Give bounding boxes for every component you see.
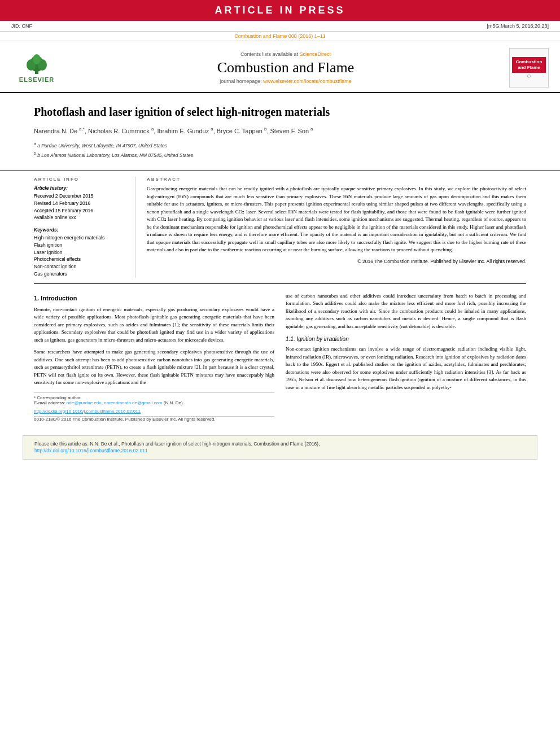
- keywords-label: Keywords:: [34, 227, 126, 233]
- abstract-copyright: © 2016 The Combustion Institute. Publish…: [147, 259, 526, 264]
- citation-url[interactable]: http://dx.doi.org/10.1016/j.combustflame…: [34, 448, 148, 453]
- article-info-abstract: ARTICLE INFO Article history: Received 2…: [0, 171, 560, 283]
- authors: Narendra N. De a,*, Nicholas R. Cummock …: [34, 126, 526, 136]
- body-col-left: 1. Introduction Remote, non-contact igni…: [34, 292, 274, 424]
- doi-line: http://dx.doi.org/10.1016/j.combustflame…: [34, 408, 274, 414]
- body-col-right: use of carbon nanotubes and other additi…: [286, 292, 526, 424]
- journal-homepage: journal homepage: www.elsevier.com/locat…: [73, 78, 498, 84]
- logo-box-footer: ⬡: [527, 74, 531, 78]
- journal-center: Contents lists available at ScienceDirec…: [62, 51, 509, 84]
- received-date: Received 2 December 2015: [34, 193, 126, 200]
- elsevier-logo: ELSEVIER: [11, 51, 62, 85]
- journal-logo-box: Combustion and Flame ⬡: [509, 48, 549, 88]
- keyword-5: Non-contact ignition: [34, 263, 126, 270]
- abstract-col: ABSTRACT Gas-producing energetic materia…: [147, 177, 526, 278]
- doi-link[interactable]: http://dx.doi.org/10.1016/j.combustflame…: [34, 409, 141, 414]
- right-col-continuation: use of carbon nanotubes and other additi…: [286, 292, 526, 331]
- corresponding-note: * Corresponding author. E-mail address: …: [34, 392, 274, 405]
- keyword-2: Flash ignition: [34, 242, 126, 249]
- top-meta: JID: CNF [m5G;March 5, 2016;20:23]: [0, 21, 560, 32]
- abstract-text: Gas-producing energetic materials that c…: [147, 185, 526, 254]
- email-2-link[interactable]: narendranath.de@gmail.com: [104, 400, 162, 405]
- journal-title: Combustion and Flame: [73, 59, 498, 76]
- intro-heading: 1. Introduction: [34, 295, 274, 302]
- sciencedirect-link: Contents lists available at ScienceDirec…: [73, 51, 498, 57]
- journal-logo-text: Combustion and Flame: [512, 57, 546, 73]
- elsevier-wordmark: ELSEVIER: [19, 76, 54, 83]
- article-title: Photoflash and laser ignition of select …: [34, 104, 526, 119]
- homepage-url[interactable]: www.elsevier.com/locate/combustflame: [263, 78, 352, 84]
- issn-footer: 0010-2180/© 2016 The Combustion Institut…: [34, 416, 274, 422]
- article-info-label: ARTICLE INFO: [34, 177, 126, 182]
- journal-header: ELSEVIER Contents lists available at Sci…: [0, 41, 560, 93]
- email-line: E-mail address: nde@purdue.edu, narendra…: [34, 400, 274, 405]
- elsevier-tree-icon: [20, 53, 54, 75]
- article-title-section: Photoflash and laser ignition of select …: [0, 93, 560, 171]
- footer-citation: Please cite this article as: N.N. De et …: [23, 435, 537, 460]
- intro-para-1: Remote, non-contact ignition of energeti…: [34, 306, 274, 344]
- revised-date: Revised 14 February 2016: [34, 200, 126, 207]
- journal-volume: Combustion and Flame 000 (2016) 1–11: [0, 32, 560, 41]
- body-content: 1. Introduction Remote, non-contact igni…: [0, 284, 560, 430]
- m5g-label: [m5G;March 5, 2016;20:23]: [487, 23, 549, 29]
- affiliation-b: b b Los Alamos National Laboratory, Los …: [34, 150, 526, 159]
- abstract-label: ABSTRACT: [147, 177, 526, 182]
- corresponding-star: * Corresponding author.: [34, 395, 274, 400]
- keyword-6: Gas generators: [34, 270, 126, 278]
- keyword-3: Laser ignition: [34, 249, 126, 256]
- svg-point-4: [33, 54, 41, 64]
- available-online: Available online xxx: [34, 214, 126, 221]
- article-info-col: ARTICLE INFO Article history: Received 2…: [34, 177, 135, 278]
- sciencedirect-link-text[interactable]: ScienceDirect: [300, 51, 331, 57]
- history-label: Article history:: [34, 185, 126, 191]
- keyword-1: High-nitrogen energetic materials: [34, 234, 126, 242]
- email-1-link[interactable]: nde@purdue.edu: [67, 400, 102, 405]
- citation-text: Please cite this article as: N.N. De et …: [34, 441, 320, 447]
- article-in-press-banner: ARTICLE IN PRESS: [0, 0, 560, 21]
- irradiation-para: Non-contact ignition mechanisms can invo…: [286, 346, 526, 391]
- accepted-date: Accepted 15 February 2016: [34, 207, 126, 215]
- keywords-section: Keywords: High-nitrogen energetic materi…: [34, 227, 126, 278]
- volume-text: Combustion and Flame 000 (2016) 1–11: [234, 33, 326, 39]
- keyword-4: Photochemical effects: [34, 256, 126, 263]
- intro-para-2: Some researchers have attempted to make …: [34, 348, 274, 387]
- affiliations: a a Purdue University, West Lafayette, I…: [34, 141, 526, 159]
- jid-label: JID: CNF: [11, 23, 32, 29]
- subsection-irradiation: 1.1. Ignition by irradiation: [286, 336, 526, 342]
- affiliation-a: a a Purdue University, West Lafayette, I…: [34, 141, 526, 150]
